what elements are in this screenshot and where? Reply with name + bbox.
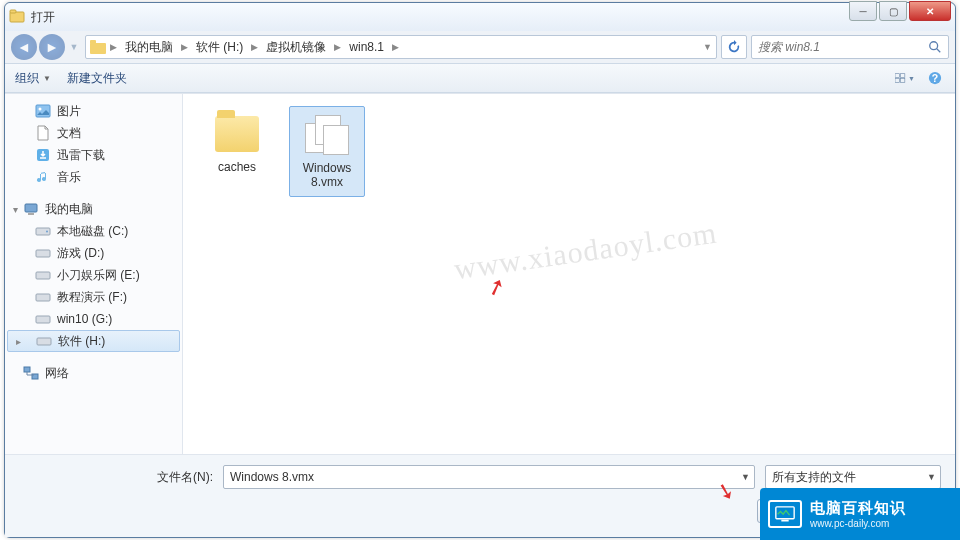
chevron-right-icon[interactable]: ▶: [108, 42, 119, 52]
svg-rect-6: [895, 74, 899, 78]
filename-row: 文件名(N): Windows 8.vmx ▼ 所有支持的文件 ▼: [19, 465, 941, 489]
crumb-folder2[interactable]: win8.1: [345, 40, 388, 54]
filename-combo[interactable]: Windows 8.vmx ▼: [223, 465, 755, 489]
chevron-down-icon: ▼: [43, 74, 51, 83]
search-icon: [928, 40, 942, 54]
forward-button[interactable]: ►: [39, 34, 65, 60]
svg-rect-25: [24, 367, 30, 372]
file-item-folder[interactable]: caches: [199, 106, 275, 180]
badge-logo-icon: [768, 500, 802, 528]
refresh-button[interactable]: [721, 35, 747, 59]
drive-icon: [35, 289, 51, 305]
svg-rect-21: [36, 272, 50, 279]
crumb-folder1[interactable]: 虚拟机镜像: [262, 39, 330, 56]
search-input[interactable]: [758, 40, 928, 54]
sidebar-drive-h[interactable]: ▸ 软件 (H:): [7, 330, 180, 352]
chevron-right-icon[interactable]: ▶: [179, 42, 190, 52]
help-button[interactable]: ?: [925, 69, 945, 87]
chevron-right-icon[interactable]: ▶: [249, 42, 260, 52]
site-badge: 电脑百科知识 www.pc-daily.com: [760, 488, 960, 540]
svg-rect-2: [90, 43, 106, 54]
window-title: 打开: [31, 9, 951, 26]
sidebar-drive-d[interactable]: 游戏 (D:): [5, 242, 182, 264]
network-label: 网络: [45, 365, 69, 382]
svg-rect-3: [90, 40, 96, 44]
drive-label: 教程演示 (F:): [57, 289, 127, 306]
drive-icon: [35, 311, 51, 327]
drive-label: 小刀娱乐网 (E:): [57, 267, 140, 284]
sidebar-item-pictures[interactable]: 图片: [5, 100, 182, 122]
new-folder-button[interactable]: 新建文件夹: [67, 70, 127, 87]
svg-rect-28: [781, 519, 788, 521]
sidebar-network: 网络: [5, 362, 182, 384]
drive-icon: [36, 333, 52, 349]
sidebar-libraries: 图片 文档 迅雷下载 音乐: [5, 100, 182, 188]
organize-menu[interactable]: 组织 ▼: [15, 70, 51, 87]
tree-collapse-icon[interactable]: ▾: [9, 203, 21, 215]
music-icon: [35, 169, 51, 185]
maximize-button[interactable]: ▢: [879, 1, 907, 21]
open-dialog-window: 打开 ─ ▢ ✕ ◄ ► ▼ ▶ 我的电脑 ▶ 软件 (H:) ▶ 虚拟机镜像 …: [4, 2, 956, 538]
sidebar-header-network[interactable]: 网络: [5, 362, 182, 384]
svg-point-13: [39, 108, 42, 111]
crumb-computer[interactable]: 我的电脑: [121, 39, 177, 56]
svg-rect-20: [36, 250, 50, 257]
filter-value: 所有支持的文件: [772, 469, 856, 486]
svg-point-4: [930, 42, 938, 50]
drive-label: 游戏 (D:): [57, 245, 104, 262]
sidebar: 图片 文档 迅雷下载 音乐 ▾ 我的电: [5, 94, 183, 454]
chevron-down-icon: ▼: [908, 75, 915, 82]
drive-label: 本地磁盘 (C:): [57, 223, 128, 240]
filename-value: Windows 8.vmx: [230, 470, 314, 484]
svg-rect-24: [37, 338, 51, 345]
svg-rect-9: [901, 79, 905, 83]
svg-text:?: ?: [932, 72, 938, 84]
crumb-drive[interactable]: 软件 (H:): [192, 39, 247, 56]
sidebar-drive-c[interactable]: 本地磁盘 (C:): [5, 220, 182, 242]
sidebar-item-music[interactable]: 音乐: [5, 166, 182, 188]
drive-icon: [35, 267, 51, 283]
address-dropdown[interactable]: ▼: [703, 42, 712, 52]
address-breadcrumb[interactable]: ▶ 我的电脑 ▶ 软件 (H:) ▶ 虚拟机镜像 ▶ win8.1 ▶ ▼: [85, 35, 717, 59]
file-pane[interactable]: caches Windows 8.vmx www.xiaodaoyl.com ➚: [183, 94, 955, 454]
file-label: Windows 8.vmx: [292, 161, 362, 190]
chevron-right-icon[interactable]: ▶: [390, 42, 401, 52]
svg-rect-12: [36, 105, 50, 117]
sidebar-drive-f[interactable]: 教程演示 (F:): [5, 286, 182, 308]
close-button[interactable]: ✕: [909, 1, 951, 21]
sidebar-item-download[interactable]: 迅雷下载: [5, 144, 182, 166]
back-button[interactable]: ◄: [11, 34, 37, 60]
chevron-down-icon: ▼: [927, 472, 936, 482]
vmx-icon: [303, 113, 351, 157]
drive-icon: [35, 223, 51, 239]
sidebar-item-label: 文档: [57, 125, 81, 142]
dialog-body: 图片 文档 迅雷下载 音乐 ▾ 我的电: [5, 93, 955, 454]
tree-expand-icon[interactable]: ▸: [12, 335, 24, 347]
app-icon: [9, 9, 25, 25]
chevron-right-icon[interactable]: ▶: [332, 42, 343, 52]
sidebar-item-label: 音乐: [57, 169, 81, 186]
computer-label: 我的电脑: [45, 201, 93, 218]
history-dropdown[interactable]: ▼: [67, 34, 81, 60]
file-item-vmx[interactable]: Windows 8.vmx: [289, 106, 365, 197]
toolbar: 组织 ▼ 新建文件夹 ▼ ?: [5, 63, 955, 93]
network-icon: [23, 365, 39, 381]
sidebar-drive-g[interactable]: win10 (G:): [5, 308, 182, 330]
svg-rect-23: [36, 316, 50, 323]
svg-point-19: [46, 231, 48, 233]
sidebar-item-documents[interactable]: 文档: [5, 122, 182, 144]
toolbar-right: ▼ ?: [895, 69, 945, 87]
annotation-arrow-icon: ➚: [483, 272, 509, 303]
badge-url: www.pc-daily.com: [810, 518, 906, 529]
file-label: caches: [218, 160, 256, 174]
sidebar-computer: ▾ 我的电脑 本地磁盘 (C:) 游戏 (D:) 小刀娱乐网 (E:): [5, 198, 182, 352]
search-box[interactable]: [751, 35, 949, 59]
badge-text: 电脑百科知识 www.pc-daily.com: [810, 499, 906, 529]
filetype-filter[interactable]: 所有支持的文件 ▼: [765, 465, 941, 489]
view-mode-button[interactable]: ▼: [895, 69, 915, 87]
minimize-button[interactable]: ─: [849, 1, 877, 21]
svg-rect-16: [25, 204, 37, 212]
sidebar-drive-e[interactable]: 小刀娱乐网 (E:): [5, 264, 182, 286]
sidebar-header-computer[interactable]: ▾ 我的电脑: [5, 198, 182, 220]
documents-icon: [35, 125, 51, 141]
